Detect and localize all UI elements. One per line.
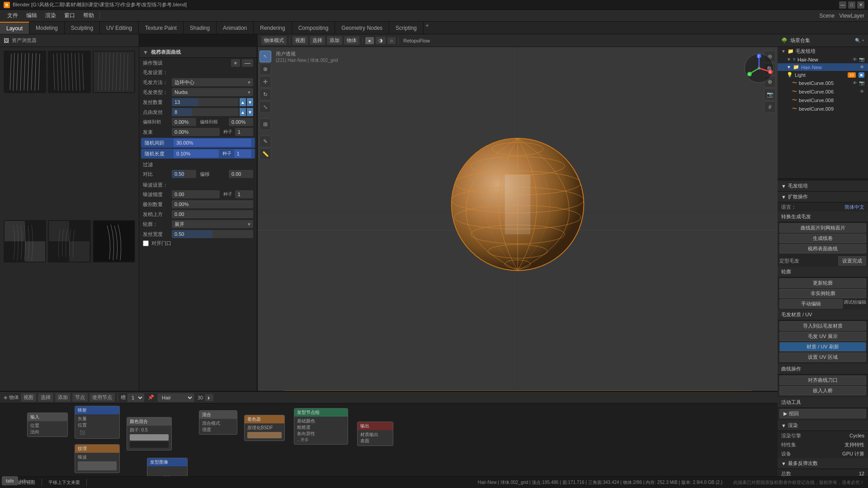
- outliner-item-bevel006[interactable]: 〜 bevelCurve.006 👁: [778, 87, 868, 96]
- realtime-btn[interactable]: 非实例轮廓: [779, 289, 866, 298]
- tab-animation[interactable]: Animation: [217, 22, 254, 34]
- maximize-btn[interactable]: □: [848, 1, 855, 9]
- strand-count-up[interactable]: ▲: [240, 98, 246, 106]
- node-btn[interactable]: 节点: [72, 393, 88, 402]
- spread-seed-field[interactable]: 1: [235, 128, 253, 136]
- node-4[interactable]: 颜色混合 因子: 0.5: [127, 417, 172, 450]
- max-count-field[interactable]: 0.00%: [172, 200, 253, 208]
- render-icon[interactable]: 📷: [859, 57, 864, 62]
- strand-count-down[interactable]: ▼: [247, 98, 253, 106]
- filter-offset-field[interactable]: 0.00: [229, 170, 253, 178]
- node-5[interactable]: 发型图像 图像: [147, 458, 188, 476]
- menu-edit[interactable]: 编辑: [23, 11, 41, 20]
- uv-section[interactable]: 毛发材质 / UV: [778, 310, 868, 320]
- panel-collapse-icon[interactable]: ▼: [143, 49, 148, 56]
- hair-select[interactable]: Hair: [158, 394, 194, 402]
- outliner-item-hair-org[interactable]: ▼ 📁 毛发组培: [778, 47, 868, 56]
- tab-modeling[interactable]: Modeling: [29, 22, 65, 34]
- bounces-section[interactable]: ▼ 最多反弹次数: [778, 458, 868, 469]
- outliner-item-light[interactable]: 💡 Light 10 ■: [778, 71, 868, 79]
- noise-scale-field[interactable]: 0.00: [172, 190, 220, 198]
- node-view-btn[interactable]: 视图: [21, 393, 36, 402]
- node-1[interactable]: 输入 位置 法向: [27, 413, 68, 437]
- random-len-seed-field[interactable]: 1: [234, 150, 251, 158]
- vis-icon[interactable]: 👁: [860, 89, 864, 94]
- node-8[interactable]: 发型节点组 基础颜色 粗糙度 各向异性 ...更多: [294, 408, 348, 445]
- offset-to-field[interactable]: 0.00%: [229, 118, 253, 126]
- noise-seed-field[interactable]: 1: [235, 190, 253, 198]
- close-btn[interactable]: ✕: [857, 1, 864, 9]
- tab-sculpting[interactable]: Sculpting: [65, 22, 100, 34]
- strand-length-field[interactable]: 0.50: [172, 230, 253, 238]
- active-tools-section[interactable]: 活动工具: [778, 397, 868, 408]
- push-btn[interactable]: 嵌入人桥: [779, 386, 866, 395]
- visibility-icon[interactable]: 👁: [853, 57, 857, 62]
- tab-texture-paint[interactable]: Texture Paint: [139, 22, 184, 34]
- node-select-btn[interactable]: 选择: [38, 393, 53, 402]
- root-strands-down[interactable]: ▼: [247, 108, 253, 116]
- hair-type-field[interactable]: Nurbs ▼: [172, 88, 253, 96]
- curves-section[interactable]: 轮廓: [778, 267, 868, 277]
- table-btn[interactable]: 梳栉表面曲线: [779, 244, 866, 253]
- vis-icon[interactable]: 👁: [853, 80, 857, 85]
- offset-from-field[interactable]: 0.00%: [172, 118, 196, 126]
- growth-method-field[interactable]: 边环中心 ▼: [172, 78, 253, 86]
- contrast-field[interactable]: 0.50: [172, 170, 196, 178]
- recall-btn[interactable]: ▶ 招回: [779, 409, 866, 418]
- random-dir-field[interactable]: 30.00%: [174, 139, 251, 147]
- update-curves-btn[interactable]: 更新轮廓: [779, 278, 866, 288]
- node-canvas[interactable]: 输入 位置 法向 映射 矢量 位置 ⬛ 纹理 噪波: [0, 404, 778, 476]
- render-section[interactable]: ▼ 渲染: [778, 420, 868, 431]
- coll-visibility-icon[interactable]: 👁: [860, 65, 864, 70]
- viewport-3d[interactable]: 物体模式 视图 选择 添加 物体 ● ◑ ○ RetopoFlow 用户透视 (…: [258, 34, 778, 391]
- outliner-item-bevel005[interactable]: 〜 bevelCurve.005 👁 📷: [778, 79, 868, 87]
- hair-org-section[interactable]: ▼ 毛发组培: [778, 181, 868, 192]
- hair-ops-section[interactable]: ▼ 扩散操作: [778, 192, 868, 202]
- node-7[interactable]: 着色器 原理化BSDF: [244, 415, 285, 441]
- tab-scripting[interactable]: Scripting: [389, 22, 424, 34]
- root-strands-field[interactable]: 8: [172, 108, 239, 116]
- menu-file[interactable]: 文件: [4, 11, 22, 20]
- curve-ops-section[interactable]: 曲线操作: [778, 364, 868, 375]
- set-uv-btn[interactable]: 毛发 UV 展示: [779, 332, 866, 341]
- node-usevtx-btn[interactable]: 使用节点: [90, 393, 115, 402]
- spread-field[interactable]: 0.00%: [172, 128, 220, 136]
- strand-count-field[interactable]: 13: [172, 98, 239, 106]
- root-strands-up[interactable]: ▲: [240, 108, 246, 116]
- knife-btn[interactable]: 对齐曲线刀口: [779, 375, 866, 385]
- convert-section[interactable]: 转换生成毛发: [778, 211, 868, 222]
- outliner-item-collection[interactable]: ▼ 📁 Hair-New 👁: [778, 63, 868, 71]
- tab-rendering[interactable]: Rendering: [254, 22, 292, 34]
- finalize-btn[interactable]: 设置完成: [838, 256, 866, 266]
- curve-field[interactable]: 展开 ▼: [172, 220, 253, 228]
- asset-item[interactable]: [4, 220, 46, 263]
- asset-item[interactable]: [48, 51, 90, 93]
- asset-item[interactable]: [93, 220, 135, 263]
- node-3[interactable]: 纹理 噪波: [75, 444, 120, 473]
- outliner-filter-btn[interactable]: 🔍: [855, 38, 860, 43]
- generate-btn[interactable]: 生成线卷: [779, 234, 866, 243]
- set-uv2-btn[interactable]: 设置 UV 区域: [779, 352, 866, 362]
- add-workspace-btn[interactable]: +: [425, 22, 429, 34]
- render-icon2[interactable]: 📷: [859, 80, 864, 85]
- outliner-item-hair-new[interactable]: ▼ ▿ Hair-New 👁 📷: [778, 56, 868, 63]
- node-2[interactable]: 映射 矢量 位置 ⬛: [75, 406, 120, 439]
- tab-layout[interactable]: Layout: [0, 22, 29, 34]
- tab-uv-editing[interactable]: UV Editing: [100, 22, 139, 34]
- random-len-field[interactable]: 0.10%: [174, 150, 219, 158]
- operation-preset-add[interactable]: +: [231, 59, 240, 67]
- outliner-item-bevel008[interactable]: 〜 bevelCurve.008: [778, 96, 868, 104]
- asset-item[interactable]: [48, 220, 90, 263]
- symmetry-checkbox[interactable]: [143, 240, 149, 246]
- node-add-btn[interactable]: 添加: [55, 393, 71, 402]
- slot-select[interactable]: 1: [127, 394, 144, 402]
- import-btn[interactable]: 导入到以毛发材质: [779, 321, 866, 331]
- outliner-add-btn[interactable]: +: [862, 38, 864, 43]
- menu-window[interactable]: 窗口: [61, 11, 79, 20]
- menu-render[interactable]: 渲染: [42, 11, 60, 20]
- frame-btn[interactable]: ⏵: [205, 394, 213, 401]
- asset-item[interactable]: [4, 51, 46, 93]
- max-up-field[interactable]: 0.00: [172, 210, 253, 218]
- tab-compositing[interactable]: Compositing: [292, 22, 335, 34]
- tab-geometry-nodes[interactable]: Geometry Nodes: [335, 22, 389, 34]
